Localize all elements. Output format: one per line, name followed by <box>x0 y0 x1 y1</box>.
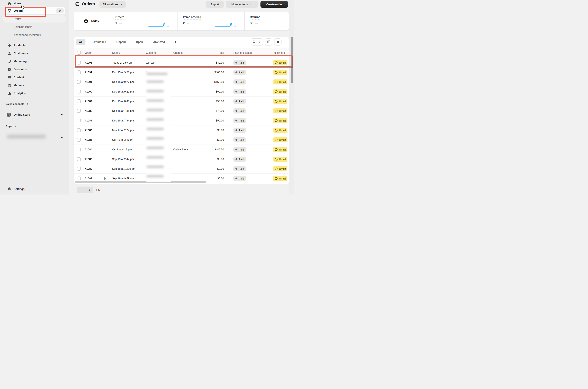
column-header-payment-status[interactable]: Payment status <box>233 51 252 54</box>
column-header-customer[interactable]: Customer <box>146 51 157 54</box>
row-checkbox[interactable] <box>77 129 81 132</box>
order-date: Dec 15 at 9:22 pm <box>112 90 134 93</box>
row-checkbox[interactable] <box>77 61 81 65</box>
sidebar-item-online-store[interactable]: Online Store <box>0 111 69 118</box>
previous-page-button[interactable] <box>77 187 85 193</box>
table-row-1092[interactable]: #1092Dec 15 at 9:28 pmAnna Kim$400.00Pai… <box>74 67 289 77</box>
app-notification-dot <box>61 137 63 138</box>
row-checkbox[interactable] <box>77 119 81 122</box>
sidebar-item-customers[interactable]: Customers <box>0 50 69 57</box>
row-checkbox[interactable] <box>77 158 81 161</box>
svg-text:$: $ <box>10 85 11 87</box>
row-checkbox[interactable] <box>77 138 81 142</box>
column-header-date[interactable]: Date↓ <box>112 51 120 54</box>
tab-archived[interactable]: Archived <box>150 39 168 45</box>
row-checkbox[interactable] <box>77 167 81 171</box>
plus-icon <box>174 40 177 44</box>
row-checkbox[interactable] <box>77 148 81 151</box>
table-row-1093[interactable]: #1093Today at 2:57 pmtest test$40.00Paid… <box>74 58 289 67</box>
export-button[interactable]: Export <box>206 1 224 8</box>
table-row-1084[interactable]: #1084Oct 8 at 4:17 pmOnline Store$445.50… <box>74 145 289 154</box>
fulfillment-status-badge: Unfulfilled <box>273 176 287 181</box>
stat-returns[interactable]: Returns$0 <box>244 12 289 31</box>
chevron-right-icon <box>14 125 17 128</box>
order-date: Dec 15 at 7:34 pm <box>112 119 134 122</box>
sidebar-item-content[interactable]: Content <box>0 74 69 81</box>
create-order-button[interactable]: Create order <box>260 1 288 8</box>
sidebar-item-settings[interactable]: Settings <box>0 186 69 193</box>
table-row-1086[interactable]: #1086Nov 17 at 2:27 pm$0.00PaidUnfulfill… <box>74 126 289 135</box>
row-checkbox[interactable] <box>77 99 81 103</box>
column-header-channel[interactable]: Channel <box>173 51 183 54</box>
tab-unpaid[interactable]: Unpaid <box>113 39 128 45</box>
table-row-1085[interactable]: #1085Oct 10 at 9:25 am$0.00PaidUnfulfill… <box>74 135 289 145</box>
paid-dot-icon <box>235 130 237 131</box>
sidebar-section-sales-channels[interactable]: Sales channels <box>6 101 29 107</box>
column-header-total[interactable]: Total <box>205 51 224 54</box>
sidebar-item-marketing[interactable]: Marketing <box>0 58 69 65</box>
location-selector[interactable]: All locations <box>100 1 126 8</box>
date-range-selector[interactable]: Today <box>74 12 110 31</box>
row-checkbox[interactable] <box>77 70 81 74</box>
row-checkbox[interactable] <box>77 177 81 180</box>
target-icon <box>7 59 12 64</box>
payment-status-badge: Paid <box>233 147 246 152</box>
blurred-customer-name <box>147 175 164 177</box>
no-change-dash-icon <box>255 23 258 24</box>
table-row-1082[interactable]: #1082Sep 18 at 10:06 am$0.00PaidUnfulfil… <box>74 164 289 174</box>
sidebar-item-shipping-labels[interactable]: Shipping labels <box>0 24 69 30</box>
horizontal-scrollbar[interactable] <box>75 181 206 183</box>
column-header-order[interactable]: Order <box>85 51 92 54</box>
orders-count-badge: 84 <box>56 8 64 13</box>
sidebar-item-abandoned-checkouts[interactable]: Abandoned checkouts <box>0 32 69 38</box>
stat-orders[interactable]: Orders1 <box>110 12 178 31</box>
tab-open[interactable]: Open <box>133 39 146 45</box>
table-row-1083[interactable]: #1083Sep 19 at 2:47 pm$0.00PaidUnfulfill… <box>74 154 289 164</box>
sparkline-chart <box>215 21 236 28</box>
payment-status-badge: Paid <box>233 176 246 181</box>
table-row-1088[interactable]: #1088Dec 15 at 7:36 pm$70.00PaidUnfulfil… <box>74 106 289 116</box>
next-page-button[interactable] <box>85 187 93 193</box>
table-row-1090[interactable]: #1090Dec 15 at 9:22 pm$50.00PaidUnfulfil… <box>74 87 289 97</box>
row-checkbox[interactable] <box>77 109 81 113</box>
add-view-button[interactable] <box>172 39 179 45</box>
sort-button[interactable] <box>274 38 282 45</box>
stat-items-ordered[interactable]: Items ordered2 <box>178 12 244 31</box>
unfulfilled-ring-icon <box>275 81 278 83</box>
row-checkbox[interactable] <box>77 80 81 84</box>
column-header-fulfillment[interactable]: Fulfillment <box>273 51 287 54</box>
more-actions-button[interactable]: More actions <box>226 1 258 8</box>
blurred-customer-name <box>147 128 164 130</box>
paid-dot-icon <box>235 120 237 122</box>
paid-dot-icon <box>235 62 237 64</box>
sidebar-item-markets[interactable]: $Markets <box>0 82 69 89</box>
payment-status-badge: Paid <box>233 89 246 94</box>
select-all-checkbox[interactable] <box>77 51 81 55</box>
table-row-1089[interactable]: #1089Dec 15 at 8:46 pm$50.00PaidUnfulfil… <box>74 97 289 106</box>
sidebar-item-orders[interactable]: Orders84 <box>0 7 69 14</box>
sidebar-item-analytics[interactable]: Analytics <box>0 90 69 97</box>
payment-status-badge: Paid <box>233 157 246 162</box>
search-and-filter-button[interactable] <box>251 38 263 45</box>
sidebar-section-apps[interactable]: Apps <box>6 123 17 129</box>
sidebar-item-drafts[interactable]: Drafts <box>0 16 69 22</box>
blurred-customer-name <box>147 80 164 83</box>
tab-unfulfilled[interactable]: Unfulfilled <box>90 39 109 45</box>
table-header: OrderDate↓CustomerChannelTotalPayment st… <box>74 48 289 58</box>
sidebar-item-app-blurred[interactable] <box>5 132 51 141</box>
table-row-1091[interactable]: #1091Dec 15 at 9:27 pm$150.00PaidUnfulfi… <box>74 77 289 87</box>
orders-page-icon <box>75 2 80 6</box>
row-checkbox[interactable] <box>77 90 81 94</box>
vertical-scrollbar-thumb[interactable] <box>291 37 293 83</box>
payment-status-badge: Paid <box>233 166 246 171</box>
edit-columns-button[interactable] <box>265 38 272 45</box>
fulfillment-status-badge: Unfulfilled <box>273 137 287 142</box>
tab-all[interactable]: All <box>76 39 85 45</box>
sidebar-item-discounts[interactable]: Discounts <box>0 66 69 73</box>
order-number: #1083 <box>85 158 92 161</box>
sidebar-item-products[interactable]: Products <box>0 42 69 49</box>
payment-status-badge: Paid <box>233 118 246 123</box>
sidebar-item-home[interactable]: Home <box>0 0 69 7</box>
table-row-1087[interactable]: #1087Dec 15 at 7:34 pm$50.00PaidUnfulfil… <box>74 116 289 126</box>
person-icon <box>7 51 12 55</box>
